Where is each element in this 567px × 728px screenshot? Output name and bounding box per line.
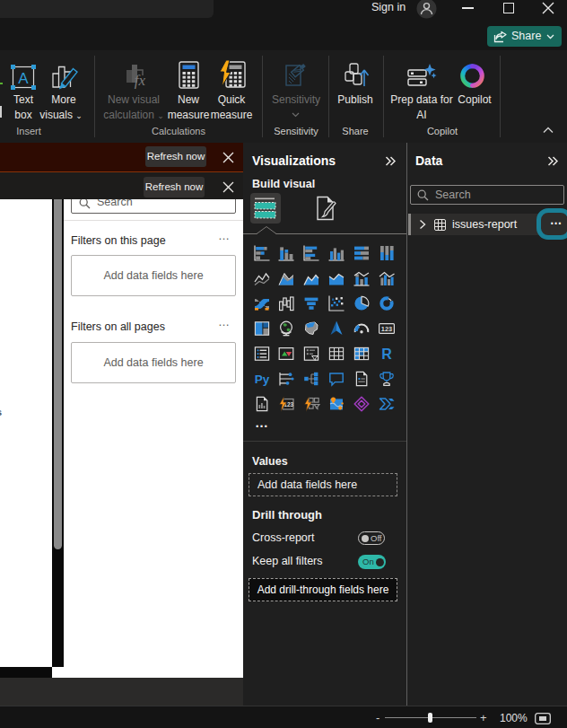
svg-text:fx: fx [135, 72, 146, 89]
svg-text:R: R [381, 346, 392, 361]
svg-text:Py: Py [254, 373, 269, 386]
svg-text:A: A [18, 70, 29, 87]
svg-text:123: 123 [381, 325, 392, 333]
